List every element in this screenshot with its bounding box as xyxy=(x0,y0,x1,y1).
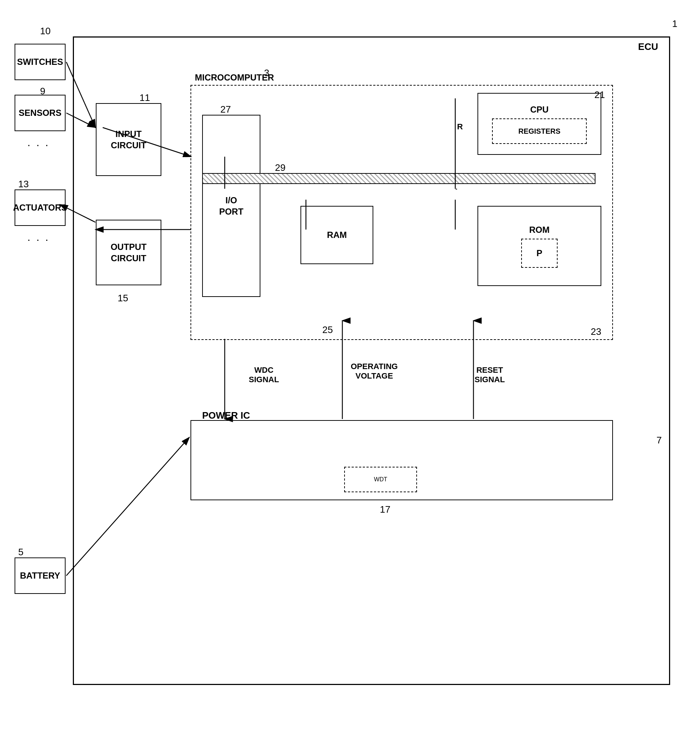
powerIC-box: POWER IC WDT xyxy=(190,420,613,500)
battery-label: BATTERY xyxy=(20,570,60,581)
switches-box: SWITCHES xyxy=(15,44,66,80)
ref-9: 9 xyxy=(40,85,45,97)
operating-voltage-label: OPERATINGVOLTAGE xyxy=(351,362,398,381)
actuators-box: ACTUATORS xyxy=(15,190,66,226)
registers-box: REGISTERS xyxy=(492,118,587,144)
registers-label: REGISTERS xyxy=(518,127,560,136)
microcomputer-label: MICROCOMPUTER xyxy=(195,72,274,83)
sensors-label: SENSORS xyxy=(19,107,61,118)
cpu-label: CPU xyxy=(530,104,549,115)
input-circuit-box: INPUTCIRCUIT xyxy=(96,103,161,176)
ref-27: 27 xyxy=(221,104,231,115)
input-circuit-label: INPUTCIRCUIT xyxy=(111,128,146,151)
powerIC-label: POWER IC xyxy=(191,410,612,421)
bus-bar xyxy=(202,173,596,184)
ref-5: 5 xyxy=(18,546,23,558)
p-label: P xyxy=(537,247,542,259)
ref-3: 3 xyxy=(264,68,269,79)
rom-box: ROM P xyxy=(478,206,601,286)
sensors-box: SENSORS xyxy=(15,95,66,131)
r-label: R xyxy=(457,122,463,131)
ref-21: 21 xyxy=(594,89,605,100)
switches-label: SWITCHES xyxy=(17,56,63,68)
wdt-label: WDT xyxy=(374,476,387,483)
p-box: P xyxy=(521,238,557,268)
io-port-box: I/OPORT xyxy=(202,115,260,297)
rom-label: ROM xyxy=(529,224,550,236)
ref-10: 10 xyxy=(40,25,51,37)
microcomputer-box: MICROCOMPUTER 3 I/OPORT 27 CPU REGISTERS… xyxy=(190,85,613,340)
ref-11: 11 xyxy=(140,92,150,103)
wdt-box: WDT xyxy=(344,467,417,492)
ecu-box: ECU MICROCOMPUTER 3 I/OPORT 27 CPU REGIS… xyxy=(73,37,670,685)
ram-label: RAM xyxy=(327,229,347,240)
ref-29: 29 xyxy=(275,162,285,174)
diagram: 1 ECU MICROCOMPUTER 3 I/OPORT 27 CPU REG… xyxy=(15,15,685,721)
output-circuit-label: OUTPUTCIRCUIT xyxy=(111,241,147,264)
ref-15: 15 xyxy=(118,293,128,304)
cpu-box: CPU REGISTERS xyxy=(478,93,601,155)
ref-17: 17 xyxy=(380,504,390,515)
ecu-label: ECU xyxy=(638,41,658,53)
reset-signal-label: RESETSIGNAL xyxy=(475,365,505,384)
ref-23: 23 xyxy=(591,326,601,337)
dots-1: · · · xyxy=(27,138,50,151)
ref-13: 13 xyxy=(18,178,29,190)
output-circuit-box: OUTPUTCIRCUIT xyxy=(96,220,161,285)
ref-7: 7 xyxy=(657,435,662,446)
io-port-label: I/OPORT xyxy=(219,194,244,217)
wdc-signal-label: WDCSIGNAL xyxy=(249,365,279,384)
ram-box: RAM xyxy=(300,206,373,264)
dots-2: · · · xyxy=(27,233,50,246)
actuators-label: ACTUATORS xyxy=(13,202,67,213)
ref-25: 25 xyxy=(322,324,333,336)
ref-1: 1 xyxy=(672,18,677,29)
battery-box: BATTERY xyxy=(15,558,66,594)
